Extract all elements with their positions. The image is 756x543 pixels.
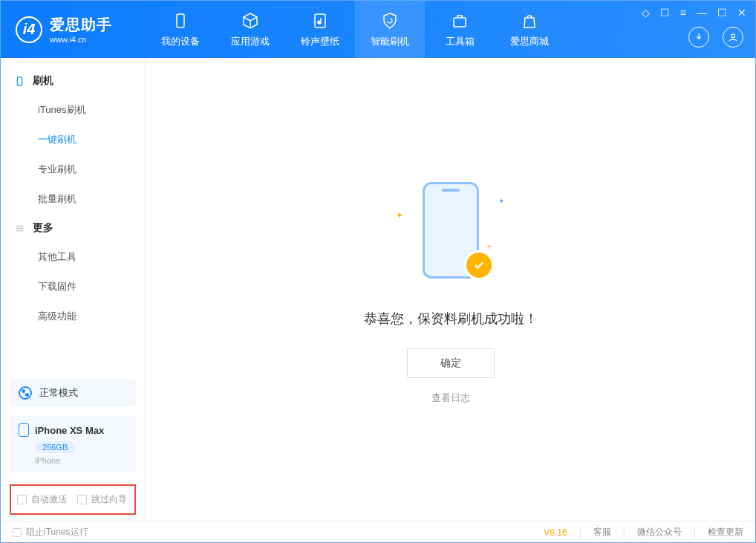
svg-rect-2 [454, 18, 466, 27]
minimize-button[interactable]: — [697, 7, 707, 19]
sidebar-item-download-firmware[interactable]: 下载固件 [1, 272, 145, 302]
link-wechat[interactable]: 微信公众号 [637, 526, 682, 539]
checkbox-box [17, 495, 27, 504]
link-support[interactable]: 客服 [593, 526, 611, 539]
user-button[interactable] [723, 27, 743, 48]
checkbox-label: 跳过向导 [91, 493, 127, 506]
nav-my-device[interactable]: 我的设备 [146, 1, 215, 58]
svg-rect-4 [17, 77, 22, 85]
nav-label: 智能刷机 [371, 35, 409, 48]
sidebar-group-title: 更多 [33, 221, 53, 235]
nav-label: 铃声壁纸 [301, 35, 339, 48]
checkbox-skip-guide[interactable]: 跳过向导 [77, 493, 127, 506]
checkbox-box [77, 495, 87, 504]
sidebar-group-flash: 刷机 [1, 67, 145, 95]
check-badge-icon [464, 250, 494, 280]
list-icon [14, 223, 25, 234]
main-nav: 我的设备 应用游戏 铃声壁纸 智能刷机 工具箱 爱思商城 [146, 1, 564, 58]
titlebar-controls: ◇ ☐ ≡ — ☐ ✕ [642, 7, 746, 19]
nav-ringtones-wallpapers[interactable]: 铃声壁纸 [285, 1, 355, 58]
nav-store[interactable]: 爱思商城 [495, 1, 564, 58]
device-type: iPhone [35, 456, 127, 465]
sidebar-group-title: 刷机 [33, 74, 53, 88]
checkbox-block-itunes[interactable]: 阻止iTunes运行 [13, 526, 88, 539]
svg-rect-0 [177, 14, 184, 27]
close-button[interactable]: ✕ [737, 7, 746, 19]
cube-icon [241, 11, 260, 30]
music-file-icon [310, 11, 330, 30]
download-button[interactable] [688, 27, 709, 48]
sidebar-item-other-tools[interactable]: 其他工具 [1, 242, 145, 272]
device-icon [171, 11, 190, 30]
body: 刷机 iTunes刷机 一键刷机 专业刷机 批量刷机 更多 其他工具 下载固件 … [1, 58, 755, 521]
maximize-button[interactable]: ☐ [717, 7, 727, 19]
checkbox-label: 阻止iTunes运行 [26, 526, 88, 539]
nav-apps-games[interactable]: 应用游戏 [215, 1, 285, 58]
view-log-link[interactable]: 查看日志 [431, 391, 470, 405]
link-check-update[interactable]: 检查更新 [708, 526, 743, 539]
app-name: 爱思助手 [50, 15, 112, 35]
bag-icon [520, 11, 539, 30]
sidebar-item-onekey-flash[interactable]: 一键刷机 [1, 125, 145, 155]
checkbox-label: 自动激活 [31, 493, 67, 506]
main-content: ✦ ✦ + 恭喜您，保资料刷机成功啦！ 确定 查看日志 [146, 58, 755, 521]
svg-point-3 [731, 34, 735, 38]
separator: | [579, 527, 581, 538]
phone-icon [14, 76, 25, 87]
skin-icon[interactable]: ◇ [642, 7, 650, 19]
device-mode-label: 正常模式 [39, 386, 78, 400]
statusbar: 阻止iTunes运行 V8.16 | 客服 | 微信公众号 | 检查更新 [1, 521, 755, 543]
sidebar-item-itunes-flash[interactable]: iTunes刷机 [1, 95, 145, 125]
sidebar-item-pro-flash[interactable]: 专业刷机 [1, 155, 145, 184]
nav-toolbox[interactable]: 工具箱 [425, 1, 495, 58]
device-name: iPhone XS Max [35, 425, 104, 436]
sidebar: 刷机 iTunes刷机 一键刷机 专业刷机 批量刷机 更多 其他工具 下载固件 … [1, 58, 146, 521]
svg-rect-1 [315, 14, 325, 27]
checkbox-auto-activate[interactable]: 自动激活 [17, 493, 67, 506]
feedback-icon[interactable]: ☐ [660, 7, 670, 19]
nav-label: 应用游戏 [231, 35, 270, 48]
success-message: 恭喜您，保资料刷机成功啦！ [364, 310, 538, 328]
app-logo-icon: i4 [16, 16, 42, 43]
header: i4 爱思助手 www.i4.cn 我的设备 应用游戏 铃声壁纸 智能刷机 工具… [1, 1, 755, 58]
sparkle-icon: ✦ [396, 210, 403, 221]
app-url: www.i4.cn [50, 35, 112, 44]
device-mode-card[interactable]: 正常模式 [10, 379, 136, 407]
nav-label: 我的设备 [161, 35, 200, 48]
separator: | [623, 527, 625, 538]
device-info-card[interactable]: iPhone XS Max 256GB iPhone [10, 416, 136, 472]
shield-refresh-icon [380, 11, 400, 30]
nav-label: 工具箱 [446, 35, 475, 48]
ok-button[interactable]: 确定 [407, 348, 495, 378]
logo-text: 爱思助手 www.i4.cn [50, 15, 112, 44]
sidebar-item-batch-flash[interactable]: 批量刷机 [1, 184, 145, 214]
success-illustration: ✦ ✦ + [377, 175, 525, 293]
sidebar-item-advanced[interactable]: 高级功能 [1, 302, 145, 331]
nav-smart-flash[interactable]: 智能刷机 [355, 1, 425, 58]
device-small-icon [19, 423, 29, 437]
nav-label: 爱思商城 [510, 35, 549, 48]
header-right-icons [688, 27, 743, 48]
bottom-options-highlighted: 自动激活 跳过向导 [10, 484, 136, 515]
sidebar-group-more: 更多 [1, 214, 145, 242]
checkbox-box [13, 528, 22, 537]
logo-area: i4 爱思助手 www.i4.cn [1, 15, 146, 44]
separator: | [694, 527, 696, 538]
device-capacity: 256GB [35, 441, 75, 453]
mode-icon [19, 386, 32, 400]
menu-icon[interactable]: ≡ [680, 7, 686, 19]
sparkle-icon: + [486, 241, 492, 252]
toolbox-icon [450, 11, 469, 30]
version-label: V8.16 [544, 527, 567, 538]
sparkle-icon: ✦ [498, 197, 504, 205]
